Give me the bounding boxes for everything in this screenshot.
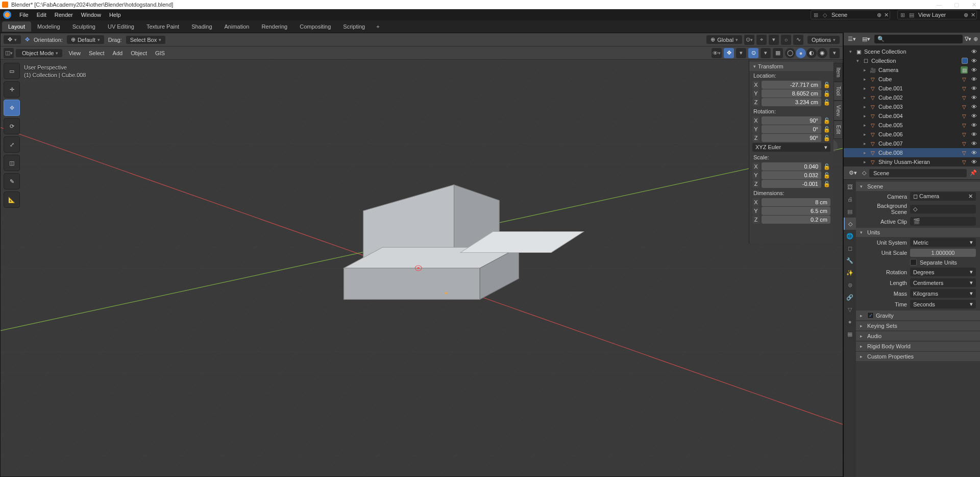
rotate-tool[interactable]: ⟳ [4,118,20,134]
location-y[interactable]: 8.6052 cm [762,89,821,98]
n-tab-view[interactable]: View [834,101,843,121]
visibility-toggle[interactable]: 👁 [970,67,978,73]
workspace-tab-modeling[interactable]: Modeling [31,21,66,32]
scene-browse-icon[interactable]: ⊞ [811,12,820,18]
outliner-item-cube-003[interactable]: ▸▽Cube.003▽👁 [844,102,980,111]
lock-rot-y[interactable]: 🔓 [823,126,830,133]
lock-loc-z[interactable]: 🔓 [823,99,830,106]
location-z[interactable]: 3.234 cm [762,98,821,106]
panel-audio[interactable]: ▸Audio [856,331,980,341]
outliner-editor-dropdown[interactable]: ☰▾ [846,36,858,42]
add-workspace-button[interactable]: + [371,21,384,32]
transform-section-header[interactable]: Transform [749,62,834,71]
scale-z[interactable]: -0.001 [762,180,821,188]
outliner-item-shiny-uusam-kieran[interactable]: ▸▽Shiny Uusam-Kieran▽👁 [844,157,980,166]
texture-tab[interactable]: ▦ [844,328,856,340]
workspace-tab-scripting[interactable]: Scripting [337,21,371,32]
outliner-filter[interactable]: ∇▾ [965,36,971,42]
unitsystem-field[interactable]: Metric▾ [910,238,976,247]
annotate-tool[interactable]: ✎ [4,173,20,189]
orientation-dropdown[interactable]: ⊕Default▾ [67,35,104,44]
outliner-search[interactable]: 🔍 [874,35,963,43]
object-tab[interactable]: ◻ [844,242,856,254]
panel-custom-properties[interactable]: ▸Custom Properties [856,352,980,361]
viewport-menu-gis[interactable]: GIS [151,49,169,57]
viewlayer-delete-button[interactable]: ✕ [969,12,976,18]
unitscale-field[interactable]: 1.000000 [910,249,976,257]
world-tab[interactable]: 🌐 [844,230,856,242]
visibility-toggle[interactable]: 👁 [970,131,978,137]
outliner[interactable]: ▾▣Scene Collection👁▾☐Collection👁▸🎥Camera… [844,46,980,166]
scale-x[interactable]: 0.040 [762,162,821,171]
xray-toggle[interactable]: ▦ [773,48,783,58]
camera-prop-field[interactable]: ◻ Camera✕ [910,192,976,201]
n-tab-edit[interactable]: Edit [834,121,843,138]
blender-icon[interactable] [3,11,11,19]
options-dropdown[interactable]: Options▾ [807,36,840,44]
viewport-menu-object[interactable]: Object [127,49,151,57]
workspace-tab-texture-paint[interactable]: Texture Paint [140,21,185,32]
outliner-item-cube-001[interactable]: ▸▽Cube.001▽👁 [844,84,980,93]
visibility-toggle[interactable]: 👁 [970,159,978,165]
viewlayer-new-button[interactable]: ⊕ [962,12,969,18]
dim-z[interactable]: 0.2 cm [762,216,830,224]
separate-units-checkbox[interactable] [910,259,917,266]
viewport-canvas[interactable]: ▭ ✛ ✥ ⟳ ⤢ ◫ ✎ 📐 User Perspective (1) Col… [1,60,843,476]
dim-x[interactable]: 8 cm [762,198,830,206]
viewport-3d[interactable]: ✥▾ ✥ Orientation: ⊕Default▾ Drag: Select… [0,33,843,477]
wireframe-shading[interactable]: ◯ [785,48,795,58]
overlays-dropdown[interactable]: ▾ [761,48,771,58]
viewlayer-tab[interactable]: ▤ [844,205,856,218]
viewlayer-selector[interactable]: ⊞ ▤ ⊕ ✕ [897,10,977,19]
output-tab[interactable]: 🖨 [844,193,856,205]
location-x[interactable]: -27.717 cm [762,81,821,89]
visibility-toggle[interactable]: 👁 [970,76,978,82]
lock-rot-x[interactable]: 🔓 [823,117,830,124]
menu-edit[interactable]: Edit [33,11,51,19]
viewport-menu-select[interactable]: Select [85,49,109,57]
snap-dropdown[interactable]: ▾ [769,35,779,45]
menu-window[interactable]: Window [77,11,105,19]
gravity-checkbox[interactable] [867,312,874,319]
outliner-new-collection[interactable]: ⊕ [973,36,978,42]
visibility-toggle[interactable]: 👁 [970,122,978,128]
outliner-item-scene-collection[interactable]: ▾▣Scene Collection👁 [844,47,980,56]
outliner-display-mode[interactable]: ▤▾ [860,36,872,42]
length-unit-field[interactable]: Centimeters▾ [910,278,976,287]
visibility-toggle[interactable]: 👁 [970,94,978,101]
solid-shading[interactable]: ● [796,48,806,58]
rotation-unit-field[interactable]: Degrees▾ [910,268,976,276]
panel-rigid-body-world[interactable]: ▸Rigid Body World [856,342,980,351]
outliner-item-cube-007[interactable]: ▸▽Cube.007▽👁 [844,139,980,148]
lock-scale-z[interactable]: 🔓 [823,181,830,187]
gizmos-toggle[interactable]: ✥ [724,48,734,58]
outliner-item-collection[interactable]: ▾☐Collection👁 [844,56,980,65]
visibility-toggle[interactable]: 👁 [970,58,978,64]
panel-keying-sets[interactable]: ▸Keying Sets [856,321,980,330]
editor-type-dropdown[interactable]: ◫▾ [4,48,14,58]
snap-toggle[interactable]: ⌖ [756,35,767,45]
transform-space-dropdown[interactable]: ⊕Global▾ [706,35,742,44]
mode-dropdown[interactable]: Object Mode▾ [16,49,62,57]
outliner-item-cube-008[interactable]: ▸▽Cube.008▽👁 [844,148,980,157]
rotation-mode-dropdown[interactable]: XYZ Euler▾ [752,143,830,152]
move-tool[interactable]: ✥ [4,100,20,116]
selectability-dropdown[interactable]: 👁▾ [712,48,722,58]
lock-loc-x[interactable]: 🔓 [823,82,830,88]
visibility-toggle[interactable]: 👁 [970,104,978,110]
drag-dropdown[interactable]: Select Box▾ [126,36,166,44]
visibility-toggle[interactable]: 👁 [970,140,978,147]
visibility-toggle[interactable]: 👁 [970,49,978,55]
visibility-toggle[interactable]: 👁 [970,85,978,91]
visibility-toggle[interactable]: 👁 [970,113,978,119]
material-tab[interactable]: ● [844,316,856,328]
properties-breadcrumb[interactable]: Scene [869,169,967,177]
workspace-tab-rendering[interactable]: Rendering [255,21,293,32]
select-tool[interactable]: ▭ [4,63,20,79]
scale-tool[interactable]: ⤢ [4,136,20,153]
gizmos-dropdown[interactable]: ▾ [736,48,746,58]
n-tab-tool[interactable]: Tool [834,82,843,100]
dim-y[interactable]: 6.5 cm [762,207,830,215]
data-tab[interactable]: ▽ [844,303,856,316]
viewport-menu-add[interactable]: Add [109,49,127,57]
